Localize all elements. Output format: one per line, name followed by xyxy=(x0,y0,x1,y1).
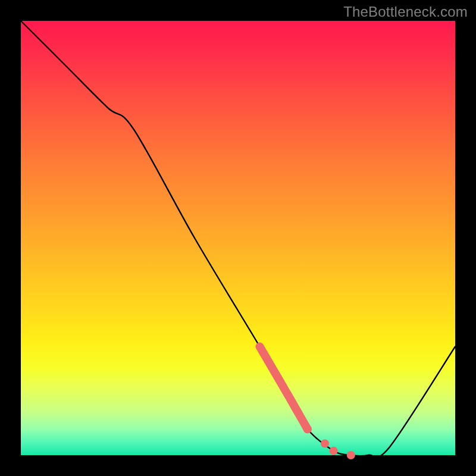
highlight-segment xyxy=(260,347,308,430)
highlight-dot xyxy=(321,440,329,448)
chart-svg xyxy=(21,21,455,455)
highlight-dot xyxy=(347,451,355,459)
highlight-dots xyxy=(303,425,355,459)
highlight-dot xyxy=(303,425,312,433)
plot-area xyxy=(21,21,455,455)
bottleneck-curve-path xyxy=(21,21,455,457)
highlight-dot xyxy=(330,447,338,455)
chart-frame: TheBottleneck.com xyxy=(0,0,476,476)
watermark-text: TheBottleneck.com xyxy=(343,4,468,20)
